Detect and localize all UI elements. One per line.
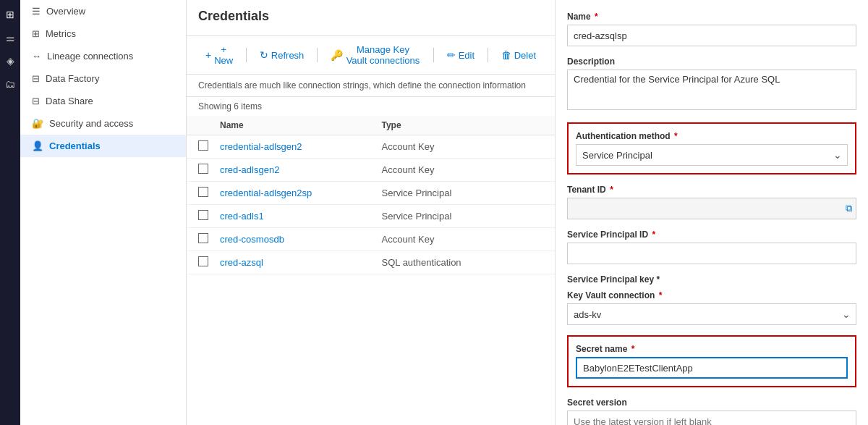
table-row[interactable]: credential-adlsgen2 Account Key bbox=[187, 135, 555, 159]
refresh-button[interactable]: ↻ Refresh bbox=[252, 46, 312, 64]
page-title: Credentials bbox=[198, 9, 543, 24]
table-row[interactable]: credential-adlsgen2sp Service Principal bbox=[187, 182, 555, 205]
kv-connection-field-group: Key Vault connection * ads-kv bbox=[567, 290, 856, 325]
delete-icon: 🗑 bbox=[501, 49, 511, 61]
items-count: Showing 6 items bbox=[187, 97, 555, 116]
new-button[interactable]: + + New bbox=[198, 41, 240, 70]
table-row[interactable]: cred-adlsgen2 Account Key bbox=[187, 159, 555, 182]
row-checkbox-6[interactable] bbox=[198, 256, 208, 266]
cred-name-4: cred-adls1 bbox=[220, 211, 382, 222]
new-icon: + bbox=[205, 49, 211, 61]
icon-bar: ⊞ ⚌ ◈ 🗂 bbox=[0, 0, 20, 425]
cred-type-6: SQL authentication bbox=[382, 257, 544, 268]
content-area: Credentials + + New ↻ Refresh 🔑 Manage K… bbox=[187, 0, 868, 425]
secret-name-label: Secret name * bbox=[576, 344, 848, 354]
secret-version-field-group: Secret version bbox=[567, 397, 856, 425]
secret-version-label: Secret version bbox=[567, 397, 856, 408]
name-label: Name * bbox=[567, 12, 856, 22]
cred-type-4: Service Principal bbox=[382, 211, 544, 222]
cred-name-5: cred-cosmosdb bbox=[220, 234, 382, 245]
manage-kv-icon: 🔑 bbox=[331, 49, 343, 61]
separator-1 bbox=[246, 48, 247, 62]
icon-bar-diamond[interactable]: ◈ bbox=[1, 52, 19, 70]
sidebar-item-overview[interactable]: ☰ Overview bbox=[20, 0, 186, 22]
edit-button[interactable]: ✏ Edit bbox=[440, 46, 482, 64]
description-field-group: Description Credential for the Service P… bbox=[567, 56, 856, 112]
row-checkbox-3[interactable] bbox=[198, 187, 208, 197]
icon-bar-briefcase[interactable]: 🗂 bbox=[1, 75, 19, 93]
copy-icon[interactable]: ⧉ bbox=[846, 203, 852, 214]
sidebar-item-metrics[interactable]: ⊞ Metrics bbox=[20, 22, 186, 45]
detail-panel: Name * Description Credential for the Se… bbox=[556, 0, 868, 425]
panel-header: Credentials bbox=[187, 0, 555, 36]
refresh-icon: ↻ bbox=[260, 49, 268, 61]
manage-kv-button[interactable]: 🔑 Manage Key Vault connections bbox=[323, 41, 427, 70]
cred-name-1: credential-adlsgen2 bbox=[220, 141, 382, 152]
cred-type-3: Service Principal bbox=[382, 188, 544, 198]
data-share-icon: ⊟ bbox=[32, 96, 40, 106]
description: Credentials are much like connection str… bbox=[187, 75, 555, 97]
credentials-table: Name Type credential-adlsgen2 Account Ke… bbox=[187, 116, 555, 425]
main-content: Credentials + + New ↻ Refresh 🔑 Manage K… bbox=[187, 0, 868, 425]
separator-4 bbox=[488, 48, 488, 62]
icon-bar-chart[interactable]: ⚌ bbox=[1, 29, 19, 46]
service-principal-key-label: Service Principal key * bbox=[567, 274, 856, 285]
tenant-id-input[interactable] bbox=[567, 198, 856, 219]
auth-method-select-wrapper: Service Principal bbox=[576, 144, 848, 166]
auth-method-label: Authentication method * bbox=[576, 131, 848, 141]
lineage-icon: ↔ bbox=[32, 51, 41, 62]
cred-type-2: Account Key bbox=[382, 164, 544, 175]
row-checkbox-1[interactable] bbox=[198, 140, 208, 151]
secret-version-input[interactable] bbox=[567, 411, 856, 425]
tenant-id-wrapper: ⧉ bbox=[567, 198, 856, 219]
table-row[interactable]: cred-adls1 Service Principal bbox=[187, 205, 555, 228]
cred-type-1: Account Key bbox=[382, 141, 544, 152]
tenant-id-field-group: Tenant ID * ⧉ bbox=[567, 185, 856, 219]
tenant-id-label: Tenant ID * bbox=[567, 185, 856, 195]
cred-name-6: cred-azsql bbox=[220, 257, 382, 268]
data-factory-icon: ⊟ bbox=[32, 73, 40, 84]
table-row[interactable]: cred-azsql SQL authentication bbox=[187, 251, 555, 274]
auth-method-select[interactable]: Service Principal bbox=[576, 144, 848, 166]
sidebar-item-lineage[interactable]: ↔ Lineage connections bbox=[20, 45, 186, 67]
delete-button[interactable]: 🗑 Delet bbox=[494, 46, 543, 64]
security-icon: 🔐 bbox=[32, 118, 43, 129]
secret-name-box: Secret name * bbox=[567, 335, 856, 387]
cred-name-2: cred-adlsgen2 bbox=[220, 164, 382, 175]
table-row[interactable]: cred-cosmosdb Account Key bbox=[187, 228, 555, 251]
sidebar-item-security[interactable]: 🔐 Security and access bbox=[20, 112, 186, 135]
kv-connection-select[interactable]: ads-kv bbox=[567, 303, 856, 325]
description-input[interactable]: Credential for the Service Principal for… bbox=[567, 70, 856, 110]
service-principal-key-section: Service Principal key * Key Vault connec… bbox=[567, 274, 856, 425]
table-header: Name Type bbox=[187, 116, 555, 135]
row-checkbox-4[interactable] bbox=[198, 210, 208, 220]
sidebar-item-credentials[interactable]: 👤 Credentials bbox=[20, 135, 186, 157]
cred-type-5: Account Key bbox=[382, 234, 544, 245]
sidebar-item-data-factory[interactable]: ⊟ Data Factory bbox=[20, 67, 186, 90]
credentials-icon: 👤 bbox=[32, 140, 43, 151]
name-input[interactable] bbox=[567, 25, 856, 46]
icon-bar-home[interactable]: ⊞ bbox=[1, 6, 19, 23]
metrics-icon: ⊞ bbox=[32, 28, 40, 39]
name-required: * bbox=[595, 12, 598, 22]
separator-2 bbox=[317, 48, 318, 62]
service-principal-id-label: Service Principal ID * bbox=[567, 230, 856, 240]
row-checkbox-5[interactable] bbox=[198, 233, 208, 243]
secret-name-input[interactable] bbox=[576, 357, 848, 379]
toolbar: + + New ↻ Refresh 🔑 Manage Key Vault con… bbox=[187, 36, 555, 75]
sidebar: ☰ Overview ⊞ Metrics ↔ Lineage connectio… bbox=[20, 0, 187, 425]
name-field-group: Name * bbox=[567, 12, 856, 46]
separator-3 bbox=[433, 48, 434, 62]
edit-icon: ✏ bbox=[447, 49, 456, 61]
kv-connection-label: Key Vault connection * bbox=[567, 290, 856, 300]
description-label: Description bbox=[567, 56, 856, 67]
service-principal-id-field-group: Service Principal ID * bbox=[567, 230, 856, 264]
service-principal-id-input[interactable] bbox=[567, 243, 856, 264]
cred-name-3: credential-adlsgen2sp bbox=[220, 188, 382, 198]
overview-icon: ☰ bbox=[32, 6, 41, 17]
list-panel: Credentials + + New ↻ Refresh 🔑 Manage K… bbox=[187, 0, 556, 425]
kv-select-wrapper: ads-kv bbox=[567, 303, 856, 325]
sidebar-item-data-share[interactable]: ⊟ Data Share bbox=[20, 90, 186, 112]
row-checkbox-2[interactable] bbox=[198, 164, 208, 174]
auth-method-box: Authentication method * Service Principa… bbox=[567, 122, 856, 174]
